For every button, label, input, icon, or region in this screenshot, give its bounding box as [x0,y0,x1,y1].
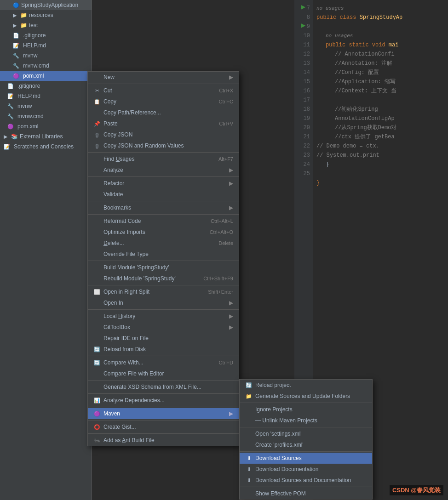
separator [88,356,239,356]
context-menu: New ▶ ✂ Cut Ctrl+X 📋 Copy Ctrl+C Copy Pa… [87,71,239,446]
menu-item-create-gist[interactable]: ⭕ Create Gist... [88,421,239,432]
file-icon: 📄 [7,81,14,91]
submenu-item-open-settings-xml[interactable]: Open 'settings.xml' [240,428,372,439]
menu-item-bookmarks[interactable]: Bookmarks ▶ [88,202,239,213]
separator [88,393,239,394]
separator [88,152,239,153]
menu-item-open-right-split[interactable]: ⬜ Open in Right Split Shift+Enter [88,286,239,297]
menu-item-refactor[interactable]: Refactor ▶ [88,178,239,189]
separator [88,176,239,177]
menu-item-compare-editor[interactable]: Compare File with Editor [88,368,239,379]
sidebar-item-test[interactable]: ▶ 📁 test [0,20,92,30]
sidebar-item-gitignore[interactable]: 📄 .gitignore [0,30,92,40]
run-button-9[interactable]: ▶ [301,22,305,28]
separator [88,309,239,310]
submenu-item-create-profiles-xml[interactable]: Create 'profiles.xml' [240,439,372,450]
separator [88,285,239,285]
reload-project-icon: 🔄 [245,380,253,391]
separator [88,420,239,420]
menu-item-analyze[interactable]: Analyze ▶ [88,165,239,176]
code-line-17: AnnotationConfigAp [313,114,448,123]
submenu-item-ignore-projects[interactable]: Ignore Projects [240,404,372,415]
menu-item-open-in[interactable]: Open In ▶ [88,297,239,308]
menu-item-cut[interactable]: ✂ Cut Ctrl+X [88,85,239,96]
menu-item-maven[interactable]: 🟣 Maven ▶ [88,408,239,419]
submenu-arrow: ▶ [229,165,233,176]
menu-item-find-usages[interactable]: Find Usages Alt+F7 [88,153,239,165]
menu-item-repair-ide[interactable]: Repair IDE on File [88,333,239,344]
copy-json-random-icon: {} [93,140,101,151]
submenu-item-download-sources-docs[interactable]: ⬇ Download Sources and Documentation [240,475,372,486]
sidebar-item-spring-study-application[interactable]: 🔵 SpringStudyApplication [0,0,92,10]
sidebar-item-scratches[interactable]: 📝 Scratches and Consoles [0,142,92,152]
menu-item-override-filetype[interactable]: Override File Type [88,249,239,260]
code-line-14: //Context: 上下文 当 [313,86,448,96]
submenu-arrow: ▶ [229,72,233,83]
submenu-arrow: ▶ [229,408,233,419]
menu-item-rebuild-module[interactable]: Rebuild Module 'SpringStudy' Ctrl+Shift+… [88,273,239,284]
menu-item-validate[interactable]: Validate [88,189,239,200]
code-line-9: public static void mai [313,40,448,50]
watermark: CSDN @春风觉装 [390,485,443,495]
menu-item-copy-path[interactable]: Copy Path/Reference... [88,107,239,118]
menu-item-delete[interactable]: Delete... Delete [88,238,239,249]
sidebar-item-mvnw[interactable]: 🔧 mvnw [0,51,92,61]
menu-item-paste[interactable]: 📌 Paste Ctrl+V [88,118,239,129]
submenu-item-unlink-maven[interactable]: — Unlink Maven Projects [240,415,372,426]
gist-icon: ⭕ [93,421,101,432]
generate-sources-icon: 📁 [245,391,253,402]
sidebar-item-external-libraries[interactable]: ▶ 📚 External Libraries [0,131,92,142]
menu-item-reformat[interactable]: Reformat Code Ctrl+Alt+L [88,216,239,227]
menu-item-new[interactable]: New ▶ [88,72,239,83]
sidebar-item-pom-xml2[interactable]: 🟣 pom.xml [0,121,92,131]
submenu-item-download-documentation[interactable]: ⬇ Download Documentation [240,464,372,475]
menu-item-compare-with[interactable]: 🔄 Compare With... Ctrl+D [88,357,239,368]
menu-item-optimize-imports[interactable]: Optimize Imports Ctrl+Alt+O [88,227,239,238]
sidebar-item-mvnw-cmd2[interactable]: 🔧 mvnw.cmd [0,111,92,121]
separator [88,433,239,434]
sidebar-item-mvnw-cmd[interactable]: 🔧 mvnw.cmd [0,61,92,71]
code-line-8 [313,22,448,31]
submenu-arrow: ▶ [229,178,233,189]
download-sources-docs-icon: ⬇ [245,475,253,486]
code-line-16: //初始化Spring [313,105,448,114]
sidebar-item-gitignore2[interactable]: 📄 .gitignore [0,81,92,91]
submenu-item-generate-sources[interactable]: 📁 Generate Sources and Update Folders [240,391,372,402]
code-line-12: //Config: 配置 [313,68,448,77]
sidebar-item-help-md2[interactable]: 📝 HELP.md [0,91,92,101]
separator [240,427,372,427]
run-button-7[interactable]: ▶ [301,4,305,10]
code-line-no-usages-7: no usages [313,4,448,13]
submenu-item-reload-project[interactable]: 🔄 Reload project [240,380,372,391]
menu-item-copy-json[interactable]: {} Copy JSON [88,129,239,140]
file-icon: 🔧 [13,61,19,71]
code-line-22: } [313,160,448,169]
split-icon: ⬜ [93,286,101,297]
separator [240,451,372,452]
class-icon: 🔵 [13,0,19,10]
code-line-19: //ctx 提供了 getBea [313,132,448,142]
menu-item-build-module[interactable]: Build Module 'SpringStudy' [88,262,239,273]
file-icon: 🔧 [7,111,14,121]
separator [240,403,372,403]
menu-item-generate-xsd[interactable]: Generate XSD Schema from XML File... [88,381,239,392]
menu-item-gittoolbox[interactable]: GitToolBox ▶ [88,322,239,333]
menu-item-copy[interactable]: 📋 Copy Ctrl+C [88,96,239,107]
submenu-item-download-sources[interactable]: ⬇ Download Sources [240,453,372,464]
sidebar-item-pom-xml[interactable]: 🟣 pom.xml [0,71,92,81]
sidebar-item-mvnw2[interactable]: 🔧 mvnw [0,101,92,111]
code-line-25 [313,188,448,197]
sidebar-item-help-md[interactable]: 📝 HELP.md [0,40,92,51]
menu-item-analyze-deps[interactable]: 📊 Analyze Dependencies... [88,395,239,406]
menu-item-add-ant[interactable]: 🐜 Add as Ant Build File [88,435,239,446]
code-line-11: //Annotation: 注解 [313,59,448,68]
menu-item-reload-disk[interactable]: 🔄 Reload from Disk [88,344,239,355]
cut-icon: ✂ [93,85,101,96]
submenu-item-show-effective-pom[interactable]: Show Effective POM [240,488,372,499]
menu-item-copy-json-random[interactable]: {} Copy JSON and Random Values [88,140,239,151]
sidebar-item-resources[interactable]: ▶ 📁 resources [0,10,92,20]
analyze-deps-icon: 📊 [93,395,101,406]
menu-item-local-history[interactable]: Local History ▶ [88,311,239,322]
compare-icon: 🔄 [93,357,101,368]
code-line-24: } [313,178,448,188]
